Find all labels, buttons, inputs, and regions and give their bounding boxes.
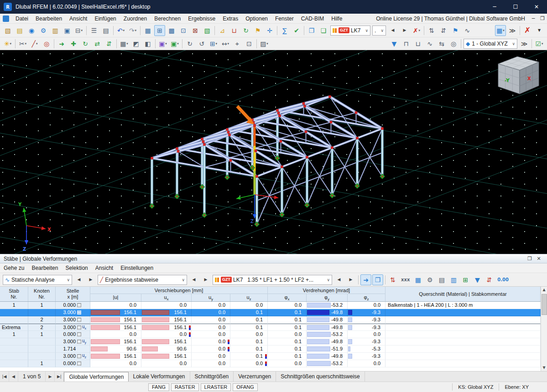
status-toggle-fang[interactable]: FANG — [148, 383, 169, 391]
table-formulas-icon[interactable]: ⊡ — [178, 25, 189, 36]
magnet-icon[interactable]: ⊔ — [229, 25, 240, 36]
menu-extras[interactable]: Extras — [219, 15, 242, 23]
table-scrollbar[interactable]: ▲ ▼ — [541, 287, 547, 371]
show-values-icon[interactable]: ⇅ — [426, 25, 437, 36]
result-value-combo[interactable]: .∨ — [372, 26, 386, 36]
column-header-uy[interactable]: uy — [192, 294, 230, 301]
panel-close-button[interactable]: ✕ — [534, 256, 543, 262]
node-tool-icon[interactable]: ◎ — [41, 38, 52, 49]
dimension-lines-icon[interactable]: ↔▾ — [220, 38, 231, 49]
digits-icon[interactable]: xxx — [401, 277, 410, 282]
menu-optionen[interactable]: Optionen — [242, 15, 271, 23]
tab-lokale-verformungen[interactable]: Lokale Verformungen — [128, 371, 190, 382]
panel-menu-ansicht[interactable]: Ansicht — [92, 264, 117, 272]
table-row[interactable]: 3.000uz156.1156.10.00.10.1-49.8-9.3 — [0, 353, 541, 360]
visibility-filter-icon[interactable]: ☑▾ — [534, 38, 545, 49]
zoom-window-icon[interactable]: ⊡ — [244, 38, 255, 49]
table-row[interactable]: 3.000uy156.1156.10.00.10.1-49.8-9.3 — [0, 338, 541, 346]
menu-ergebnisse[interactable]: Ergebnisse — [184, 15, 219, 23]
import-model-icon[interactable]: ▧ — [2, 25, 13, 36]
document-icon[interactable] — [3, 15, 9, 22]
panel-menu-einstellungen[interactable]: Einstellungen — [117, 264, 157, 272]
panel-menu-gehe-zu[interactable]: Gehe zu — [0, 264, 28, 272]
snapshot-icon[interactable]: ◎ — [448, 38, 459, 49]
sync-selection-icon[interactable]: ➜ — [360, 274, 371, 285]
scroll-up-icon[interactable]: ▲ — [541, 287, 547, 293]
next-combination-icon[interactable]: ▶ — [345, 274, 356, 285]
table-row[interactable]: 3.000156.1156.10.00.10.1-49.8-9.3 — [0, 309, 541, 316]
more-tools-icon[interactable]: ≫ — [507, 25, 518, 36]
column-header-phiy[interactable]: φy — [307, 294, 348, 301]
chevron-down-icon[interactable]: ∨ — [67, 278, 70, 282]
scrollbar-thumb[interactable] — [542, 294, 547, 315]
previous-combination-icon[interactable]: ◀ — [333, 274, 344, 285]
tab-verzerrungen[interactable]: Verzerrungen — [234, 371, 276, 382]
last-page-button[interactable]: ▶| — [55, 371, 64, 382]
next-page-button[interactable]: ▶ — [46, 371, 55, 382]
close-button[interactable]: ✕ — [526, 0, 547, 14]
combination-combo[interactable]: GZTLK71.35 * LF1 + 1.50 * LF2 +...∨ — [213, 275, 332, 285]
view-combo[interactable]: ◆1 - Global XYZ∨ — [464, 39, 517, 49]
object-layers-icon[interactable]: ▣▾ — [169, 38, 180, 49]
filter-results-icon[interactable]: ▼ — [472, 274, 483, 285]
previous-view-icon[interactable]: ↺ — [196, 38, 207, 49]
table-row[interactable]: 110.0000.00.00.00.00.0-53.20.0 — [0, 331, 541, 338]
redo-icon[interactable]: ↷▾ — [127, 25, 138, 36]
menu-ansicht[interactable]: Ansicht — [66, 15, 91, 23]
chevron-down-icon[interactable]: ∨ — [380, 28, 384, 33]
delete-results-icon[interactable]: ✗▾ — [411, 25, 422, 36]
menu-berechnen[interactable]: Berechnen — [151, 15, 184, 23]
close-results-icon[interactable]: ✗ — [522, 25, 533, 36]
table-row[interactable]: 1.71490.690.60.00.10.1-51.9-5.3 — [0, 346, 541, 353]
next-result-mode-icon[interactable]: ▶ — [200, 274, 211, 285]
table-export-icon[interactable]: ▧ — [202, 25, 213, 36]
column-header-u[interactable]: |u| — [90, 294, 141, 301]
undo-icon[interactable]: ↶▾ — [115, 25, 126, 36]
center-view-icon[interactable]: ⌖ — [232, 38, 243, 49]
column-header-querschnitt[interactable]: Querschnitt (Material) | Stabkommentar — [386, 287, 541, 301]
column-header-stelle[interactable]: Stellex [m] — [56, 287, 90, 301]
table-row[interactable]: 110.0000.00.00.00.00.0-53.20.0Balkenstab… — [0, 302, 541, 309]
tab-schnittgrossen-querschnittsweise[interactable]: Schnittgrößen querschnittsweise — [276, 371, 365, 382]
line-tool-icon[interactable]: ╱▾ — [29, 38, 40, 49]
window-arrange-icon[interactable]: ❏ — [318, 25, 329, 36]
navigator-icon[interactable]: ☰ — [89, 25, 99, 36]
table-sheet-icon[interactable]: ▤ — [436, 274, 447, 285]
rotate-tool-icon[interactable]: ↻ — [80, 38, 91, 49]
table-delete-icon[interactable]: ⊠ — [190, 25, 201, 36]
tables-icon[interactable]: ▦ — [142, 25, 153, 36]
column-header-knoten[interactable]: KnotenNr. — [28, 287, 56, 301]
column-header-stab[interactable]: StabNr. — [0, 287, 28, 301]
value-labels-icon[interactable]: ⚑ — [450, 25, 461, 36]
calculate-icon[interactable]: ∑ — [279, 25, 290, 36]
column-header-ux[interactable]: ux — [141, 294, 192, 301]
prev-page-button[interactable]: ◀ — [9, 371, 18, 382]
grid-settings-icon[interactable]: ⊞▾ — [208, 38, 219, 49]
clipboard-icon[interactable]: ▥ — [50, 25, 61, 36]
mdi-minimize-button[interactable]: ─ — [529, 15, 538, 21]
previous-analysis-icon[interactable]: ◀ — [73, 274, 84, 285]
section-view-icon[interactable]: ⊔ — [412, 38, 423, 49]
table-settings-icon[interactable]: ⚙ — [424, 274, 435, 285]
next-analysis-icon[interactable]: ▶ — [85, 274, 96, 285]
tab-schnittgrossen[interactable]: Schnittgrößen — [190, 371, 234, 382]
decimal-display[interactable]: 0.00 — [497, 277, 509, 282]
previous-loading-icon[interactable]: ◀ — [387, 25, 398, 36]
selection-table-icon[interactable]: ▦▾ — [119, 38, 130, 49]
save-icon[interactable]: ▣ — [62, 25, 73, 36]
smooth-view-icon[interactable]: ∿ — [424, 38, 435, 49]
result-extremes-icon[interactable]: ⇅ — [387, 274, 398, 285]
render-mode-icon[interactable]: ▨▾ — [259, 38, 270, 49]
extreme-values-icon[interactable]: ⇵ — [438, 25, 449, 36]
menu-hilfe[interactable]: Hilfe — [328, 15, 346, 23]
menu-bearbeiten[interactable]: Bearbeiten — [32, 15, 66, 23]
previous-result-mode-icon[interactable]: ◀ — [188, 274, 199, 285]
column-header-uz[interactable]: uz — [230, 294, 268, 301]
table-row[interactable]: 23.000156.1156.10.00.10.1-49.8-9.3 — [0, 316, 541, 324]
status-toggle-lraster[interactable]: LRASTER — [201, 383, 231, 391]
menu-einfugen[interactable]: Einfügen — [91, 15, 120, 23]
workplane-icon[interactable]: ◩ — [130, 38, 141, 49]
table-row[interactable]: 10.0000.00.00.00.00.0-53.20.0 — [0, 360, 541, 367]
toolbar-overflow-icon[interactable]: ▼ — [534, 25, 545, 36]
bim-cloud-icon[interactable]: ◉ — [26, 25, 37, 36]
